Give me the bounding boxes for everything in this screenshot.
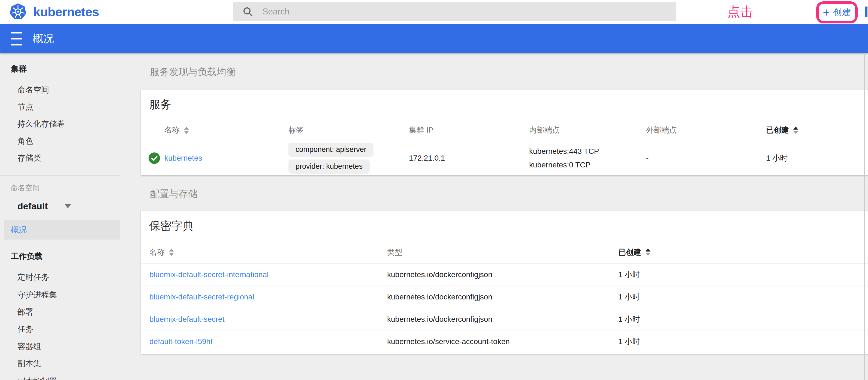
sidebar-item-jobs[interactable]: 任务 <box>18 324 33 335</box>
sidebar-item-replica-sets[interactable]: 副本集 <box>18 358 41 369</box>
services-col-created[interactable]: 已创建 <box>766 125 868 135</box>
secret-created: 1 小时 <box>618 292 868 302</box>
search-icon <box>242 6 253 17</box>
create-button-label: 创建 <box>833 6 851 19</box>
sidebar-item-pods[interactable]: 容器组 <box>18 341 41 352</box>
search-bar[interactable] <box>233 2 676 21</box>
label-chip: provider: kubernetes <box>288 160 370 174</box>
sidebar-section-cluster: 集群 <box>11 63 27 74</box>
search-input[interactable] <box>262 4 676 20</box>
secrets-col-type: 类型 <box>387 247 618 257</box>
sidebar-item-persistent-volumes[interactable]: 持久化存储卷 <box>18 118 65 129</box>
plus-icon: + <box>823 6 830 19</box>
secrets-col-name[interactable]: 名称 <box>149 247 387 257</box>
namespace-select-underline <box>17 215 62 215</box>
services-col-cluster-ip: 集群 IP <box>409 125 529 135</box>
namespace-selected-value: default <box>18 201 48 211</box>
secret-link[interactable]: bluemix-default-secret-regional <box>149 292 254 301</box>
secret-link[interactable]: bluemix-default-secret <box>149 315 224 323</box>
create-button-highlight: + 创建 <box>816 1 858 24</box>
sidebar-item-storage-classes[interactable]: 存储类 <box>18 152 41 163</box>
table-row: bluemix-default-secret kubernetes.io/doc… <box>141 308 868 331</box>
secret-link[interactable]: default-token-l59hl <box>149 337 212 346</box>
menu-hamburger-icon[interactable] <box>11 32 22 45</box>
sidebar-item-daemon-sets[interactable]: 守护进程集 <box>18 289 57 300</box>
chevron-down-icon <box>65 204 71 208</box>
sidebar-divider <box>0 175 120 176</box>
logo-text: kubernetes <box>33 4 99 19</box>
secrets-table-header: 名称 类型 已创建 <box>141 241 868 264</box>
services-card-title: 服务 <box>141 90 868 119</box>
secrets-col-created[interactable]: 已创建 <box>618 247 868 257</box>
kubernetes-logo[interactable]: kubernetes <box>9 3 99 21</box>
sidebar-item-nodes[interactable]: 节点 <box>18 101 33 112</box>
toolbar-page-title: 概况 <box>33 24 54 53</box>
sidebar-section-workloads: 工作负载 <box>11 251 42 262</box>
sort-icon-active <box>646 248 650 256</box>
click-annotation-text: 点击 <box>720 0 761 24</box>
sidebar-item-deployments[interactable]: 部署 <box>18 307 33 317</box>
sort-icon-active <box>793 127 798 134</box>
service-created: 1 小时 <box>766 153 868 163</box>
create-button[interactable]: + 创建 <box>823 6 851 19</box>
service-link[interactable]: kubernetes <box>164 154 202 162</box>
secret-created: 1 小时 <box>618 337 868 347</box>
sort-icon <box>184 127 189 134</box>
services-col-labels: 标签 <box>288 125 409 135</box>
sort-icon <box>169 248 174 256</box>
sidebar-item-roles[interactable]: 角色 <box>18 136 33 146</box>
secrets-card: 保密字典 名称 类型 已创建 bluemix-default-secret-in… <box>141 211 868 354</box>
secret-type: kubernetes.io/dockerconfigjson <box>387 315 618 324</box>
secrets-card-title: 保密字典 <box>141 211 868 241</box>
sidebar-item-overview[interactable]: 概况 <box>4 220 120 240</box>
services-col-external-endpoints: 外部端点 <box>646 125 766 135</box>
section-title-config: 配置与存储 <box>150 187 198 200</box>
service-internal-endpoints: kubernetes:443 TCP kubernetes:0 TCP <box>529 144 646 172</box>
secret-type: kubernetes.io/dockerconfigjson <box>387 292 618 301</box>
services-col-internal-endpoints: 内部端点 <box>529 125 646 135</box>
sidebar-item-replication-controllers[interactable]: 副本控制器 <box>18 376 57 380</box>
service-external-endpoints: - <box>646 154 766 163</box>
sidebar-item-overview-label: 概况 <box>11 220 120 240</box>
app-header: kubernetes 点击 + 创建 <box>0 0 868 24</box>
scrollbar[interactable] <box>864 53 865 380</box>
namespace-select[interactable]: default <box>18 200 71 212</box>
service-cluster-ip: 172.21.0.1 <box>409 154 529 163</box>
sidebar-item-cron-jobs[interactable]: 定时任务 <box>18 272 49 282</box>
table-row: default-token-l59hl kubernetes.io/servic… <box>141 331 868 353</box>
table-row: bluemix-default-secret-regional kubernet… <box>141 286 868 308</box>
table-row: kubernetes component: apiserver provider… <box>141 141 868 175</box>
status-ok-icon <box>149 152 164 164</box>
label-chip: component: apiserver <box>288 143 373 157</box>
secret-type: kubernetes.io/service-account-token <box>387 337 618 346</box>
kubernetes-helm-icon <box>9 3 27 21</box>
services-card: 服务 名称 标签 集群 IP 内部端点 外部端点 已创建 kubernetes … <box>141 90 868 175</box>
table-row: bluemix-default-secret-international kub… <box>141 264 868 286</box>
services-table-header: 名称 标签 集群 IP 内部端点 外部端点 已创建 <box>141 119 868 141</box>
cropped-header-element <box>865 6 867 17</box>
secret-type: kubernetes.io/dockerconfigjson <box>387 270 618 279</box>
section-title-discovery: 服务发现与负载均衡 <box>150 65 236 78</box>
services-col-name[interactable]: 名称 <box>164 125 288 135</box>
service-labels: component: apiserver provider: kubernete… <box>288 143 409 174</box>
secret-link[interactable]: bluemix-default-secret-international <box>149 270 269 279</box>
toolbar: 概况 <box>0 24 868 53</box>
sidebar-item-namespaces[interactable]: 命名空间 <box>18 84 49 95</box>
namespace-label: 命名空间 <box>10 183 40 193</box>
secret-created: 1 小时 <box>618 270 868 280</box>
secret-created: 1 小时 <box>618 314 868 324</box>
